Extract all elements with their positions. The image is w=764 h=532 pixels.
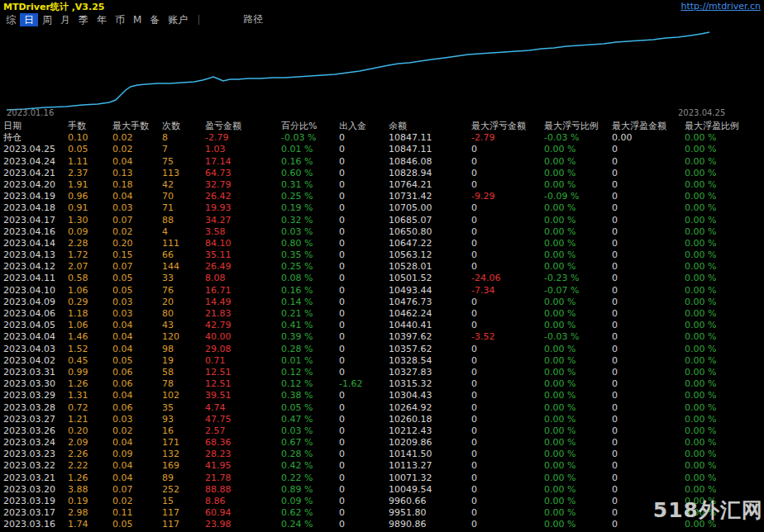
table-cell: 10315.32 xyxy=(389,378,471,390)
table-row[interactable]: 2023.03.280.720.06354.740.05 %010264.920… xyxy=(0,402,764,414)
table-cell: 0 xyxy=(339,226,389,238)
table-cell: 132 xyxy=(162,449,205,460)
table-cell: 2023.04.16 xyxy=(3,226,68,238)
table-row[interactable]: 2023.03.271.210.039347.750.47 %010260.18… xyxy=(0,414,764,425)
table-cell: 0.00 % xyxy=(685,132,764,144)
table-cell: 0.00 % xyxy=(685,367,764,378)
table-body: 持仓0.100.028-2.79-0.03 %010847.11-2.79-0.… xyxy=(0,132,764,530)
table-row[interactable]: 2023.03.242.090.0417168.360.67 %010209.8… xyxy=(0,437,764,449)
table-row[interactable]: 2023.03.172.980.1111760.940.62 %09951.80… xyxy=(0,507,764,519)
table-cell: 0.05 xyxy=(112,519,162,530)
menu-item-6[interactable]: 币 xyxy=(111,13,129,26)
table-cell: -9.29 xyxy=(471,191,544,202)
table-cell: 34.27 xyxy=(205,215,281,226)
table-row[interactable]: 2023.04.122.070.0714426.490.25 %010528.0… xyxy=(0,261,764,273)
table-cell: 1.30 xyxy=(68,215,112,226)
table-cell: 0.00 % xyxy=(544,437,612,449)
menu-item-5[interactable]: 年 xyxy=(93,13,111,26)
table-row[interactable]: 2023.04.020.450.05190.710.01 %010328.540… xyxy=(0,355,764,367)
table-cell: 2023.04.09 xyxy=(3,297,68,308)
table-row[interactable]: 2023.04.142.280.2011184.100.80 %010647.2… xyxy=(0,238,764,249)
table-cell: 2023.03.27 xyxy=(3,414,68,425)
table-row[interactable]: 2023.04.160.090.0243.580.03 %010650.8000… xyxy=(0,226,764,238)
table-cell: 0.00 % xyxy=(685,215,764,226)
app-url-link[interactable]: http://mtdriver.cn xyxy=(680,1,761,12)
table-row[interactable]: 2023.03.211.260.048921.780.22 %010071.32… xyxy=(0,473,764,484)
table-row[interactable]: 2023.03.232.260.0913228.230.28 %010141.5… xyxy=(0,449,764,460)
table-cell: 144 xyxy=(162,261,205,273)
table-cell: 12.51 xyxy=(205,378,281,390)
table-cell: 0 xyxy=(612,507,685,519)
table-row[interactable]: 2023.04.212.370.1311364.730.60 %010828.9… xyxy=(0,168,764,179)
table-cell: 4.74 xyxy=(205,402,281,414)
table-row[interactable]: 2023.04.051.060.044342.790.41 %010440.41… xyxy=(0,320,764,331)
table-cell: -0.03 % xyxy=(281,132,339,144)
table-row[interactable]: 2023.04.110.580.05338.080.08 %010501.52-… xyxy=(0,273,764,284)
table-cell: 0.62 % xyxy=(281,507,339,519)
menu-item-1[interactable]: 日 xyxy=(20,13,38,26)
table-cell: 0 xyxy=(612,414,685,425)
table-cell: 0 xyxy=(612,238,685,249)
table-cell: 93 xyxy=(162,414,205,425)
table-cell: 0.04 xyxy=(112,156,162,168)
table-cell: 0 xyxy=(471,156,544,168)
table-row[interactable]: 2023.03.301.260.067812.510.12 %-1.621031… xyxy=(0,378,764,390)
table-row[interactable]: 2023.04.061.180.038021.830.21 %010462.24… xyxy=(0,308,764,320)
menu-item-7[interactable]: M xyxy=(129,13,146,26)
table-row[interactable]: 2023.03.222.220.0416941.950.42 %010113.2… xyxy=(0,460,764,472)
table-cell: 12.51 xyxy=(205,367,281,378)
table-cell: 10493.44 xyxy=(389,285,471,297)
table-row[interactable]: 2023.03.291.310.0410239.510.38 %010304.4… xyxy=(0,390,764,401)
table-row[interactable]: 2023.04.201.910.184232.790.31 %010764.21… xyxy=(0,179,764,191)
table-cell: 0.19 % xyxy=(281,202,339,214)
table-row[interactable]: 2023.03.190.190.02158.860.09 %09960.6600… xyxy=(0,496,764,507)
table-cell: 64.73 xyxy=(205,168,281,179)
table-cell: 0 xyxy=(612,320,685,331)
table-row[interactable]: 持仓0.100.028-2.79-0.03 %010847.11-2.79-0.… xyxy=(0,132,764,144)
table-cell: 0.00 % xyxy=(544,390,612,401)
table-cell: -0.03 % xyxy=(544,331,612,343)
table-cell: 0.00 % xyxy=(685,390,764,401)
table-cell: 2023.04.21 xyxy=(3,168,68,179)
table-cell: 0.42 % xyxy=(281,460,339,472)
table-row[interactable]: 2023.04.171.300.078834.270.32 %010685.07… xyxy=(0,215,764,226)
menu-bar: 综日周月季年币M备账户 路径 xyxy=(2,12,764,26)
table-cell: 10685.07 xyxy=(389,215,471,226)
table-cell: 21.83 xyxy=(205,308,281,320)
table-row[interactable]: 2023.03.203.880.0725288.880.89 %010049.5… xyxy=(0,484,764,496)
table-cell: 0.00 % xyxy=(685,460,764,472)
menu-item-9[interactable]: 账户 xyxy=(164,13,192,26)
menu-item-4[interactable]: 季 xyxy=(74,13,93,26)
table-row[interactable]: 2023.03.260.200.02162.570.03 %010212.430… xyxy=(0,425,764,437)
table-row[interactable]: 2023.04.250.050.0271.030.01 %010847.1100… xyxy=(0,144,764,155)
table-cell: 0 xyxy=(612,344,685,355)
table-cell: 2.57 xyxy=(205,425,281,437)
table-row[interactable]: 2023.04.101.060.057616.710.16 %010493.44… xyxy=(0,285,764,297)
table-cell: 0 xyxy=(339,191,389,202)
table-row[interactable]: 2023.03.161.740.0511723.980.24 %09890.86… xyxy=(0,519,764,530)
table-row[interactable]: 2023.04.241.110.047517.140.16 %010846.08… xyxy=(0,156,764,168)
menu-item-path[interactable]: 路径 xyxy=(239,12,267,26)
table-row[interactable]: 2023.04.041.460.0412040.000.39 %010397.6… xyxy=(0,331,764,343)
table-cell: 2023.03.31 xyxy=(3,367,68,378)
table-row[interactable]: 2023.04.031.520.049829.080.28 %010357.62… xyxy=(0,344,764,355)
table-cell: 0 xyxy=(471,449,544,460)
menu-item-0[interactable]: 综 xyxy=(2,13,20,26)
table-row[interactable]: 2023.04.190.960.047026.420.25 %010731.42… xyxy=(0,191,764,202)
table-cell: 1.21 xyxy=(68,414,112,425)
table-cell: 0 xyxy=(471,238,544,249)
table-cell: 16 xyxy=(162,425,205,437)
table-cell: 0 xyxy=(612,355,685,367)
table-cell: 0.03 xyxy=(112,414,162,425)
table-row[interactable]: 2023.04.090.290.032014.490.14 %010476.73… xyxy=(0,297,764,308)
table-row[interactable]: 2023.04.131.720.156635.110.35 %010563.12… xyxy=(0,249,764,261)
table-cell: 0.24 % xyxy=(281,519,339,530)
menu-item-8[interactable]: 备 xyxy=(146,13,164,26)
table-row[interactable]: 2023.03.310.990.065812.510.12 %010327.83… xyxy=(0,367,764,378)
table-cell: 0.00 % xyxy=(544,320,612,331)
menu-item-2[interactable]: 周 xyxy=(38,13,56,26)
menu-item-3[interactable]: 月 xyxy=(56,13,74,26)
table-cell: 0.60 % xyxy=(281,168,339,179)
table-cell: 0 xyxy=(339,507,389,519)
table-row[interactable]: 2023.04.180.910.037119.930.19 %010705.00… xyxy=(0,202,764,214)
